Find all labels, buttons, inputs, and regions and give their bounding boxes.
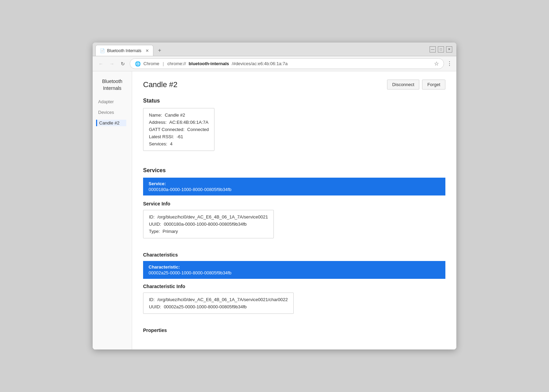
char-id-row: ID: /org/bluez/hci0/dev_AC_E6_4B_06_1A_7… xyxy=(149,297,288,302)
tab-area: 📄 Bluetooth Internals ✕ + xyxy=(93,43,425,56)
sidebar-item-devices[interactable]: Devices xyxy=(98,109,126,116)
char-bar-label: Characteristic: xyxy=(149,264,440,270)
service-type-label: Type: xyxy=(149,229,160,234)
forget-button[interactable]: Forget xyxy=(422,80,445,90)
maximize-button[interactable]: □ xyxy=(438,46,444,52)
disconnect-button[interactable]: Disconnect xyxy=(387,80,419,90)
status-address-row: Address: AC:E6:4B:06:1A:7A xyxy=(149,120,209,125)
tab-favicon: 📄 xyxy=(100,48,105,53)
properties-title: Properties xyxy=(143,328,445,333)
status-name-label: Name: xyxy=(149,112,162,118)
header-buttons: Disconnect Forget xyxy=(387,80,445,90)
content-area: Bluetooth Internals Adapter Devices Cand… xyxy=(93,71,456,349)
service-id-row: ID: /org/bluez/hci0/dev_AC_E6_4B_06_1A_7… xyxy=(149,214,268,219)
status-section-title: Status xyxy=(143,98,445,104)
service-type-row: Type: Primary xyxy=(149,229,268,234)
status-gatt-label: GATT Connected: xyxy=(149,127,185,132)
services-section: Services Service: 0000180a-0000-1000-800… xyxy=(143,167,445,333)
nav-bar: ← → ↻ 🌐 Chrome | chrome://bluetooth-inte… xyxy=(93,56,456,71)
device-title: Candle #2 xyxy=(143,80,177,89)
sidebar-nav: Adapter Devices Candle #2 xyxy=(98,98,126,126)
url-bold-part: bluetooth-internals xyxy=(189,61,229,66)
url-separator: | xyxy=(163,61,164,66)
status-gatt-row: GATT Connected: Connected xyxy=(149,127,209,132)
characteristics-title: Characteristics xyxy=(143,252,445,258)
char-info-box: ID: /org/bluez/hci0/dev_AC_E6_4B_06_1A_7… xyxy=(143,293,294,314)
status-rssi-value: -61 xyxy=(177,134,183,139)
url-actions: ☆ xyxy=(434,60,439,67)
new-tab-button[interactable]: + xyxy=(155,46,164,55)
sidebar-item-candle2[interactable]: Candle #2 xyxy=(96,120,126,126)
title-bar: 📄 Bluetooth Internals ✕ + — □ ✕ xyxy=(93,43,456,56)
status-section: Status Name: Candle #2 Address: AC:E6:4B… xyxy=(143,98,445,159)
sidebar: Bluetooth Internals Adapter Devices Cand… xyxy=(93,71,132,349)
service-id-value: /org/bluez/hci0/dev_AC_E6_4B_06_1A_7A/se… xyxy=(157,214,268,219)
active-tab[interactable]: 📄 Bluetooth Internals ✕ xyxy=(95,45,153,56)
url-bar[interactable]: 🌐 Chrome | chrome://bluetooth-internals/… xyxy=(130,58,444,69)
service-info-title: Service Info xyxy=(143,201,445,206)
service-bar[interactable]: Service: 0000180a-0000-1000-8000-00805f9… xyxy=(143,178,445,195)
status-info-box: Name: Candle #2 Address: AC:E6:4B:06:1A:… xyxy=(143,108,214,151)
forward-button[interactable]: → xyxy=(108,60,116,68)
url-prefix: chrome:// xyxy=(167,61,186,66)
status-services-row: Services: 4 xyxy=(149,141,209,146)
status-name-value: Candle #2 xyxy=(165,112,185,118)
device-header: Candle #2 Disconnect Forget xyxy=(143,80,445,90)
back-button[interactable]: ← xyxy=(97,60,105,68)
service-uuid-label: UUID: xyxy=(149,222,161,227)
bookmark-icon[interactable]: ☆ xyxy=(434,60,439,67)
browser-menu-icon[interactable]: ⋮ xyxy=(447,60,452,67)
status-services-value: 4 xyxy=(170,141,172,146)
sidebar-item-adapter[interactable]: Adapter xyxy=(98,98,126,105)
reload-button[interactable]: ↻ xyxy=(119,60,127,68)
service-uuid-value: 0000180a-0000-1000-8000-00805f9b34fb xyxy=(164,222,246,227)
service-uuid-row: UUID: 0000180a-0000-1000-8000-00805f9b34… xyxy=(149,222,268,227)
close-button[interactable]: ✕ xyxy=(446,46,452,52)
services-section-title: Services xyxy=(143,167,445,174)
char-id-label: ID: xyxy=(149,297,155,302)
url-brand: Chrome xyxy=(143,61,159,66)
url-path: /#devices/ac:e6:4b:06:1a:7a xyxy=(232,61,288,66)
characteristic-bar[interactable]: Characteristic: 00002a25-0000-1000-8000-… xyxy=(143,261,445,279)
service-bar-uuid: 0000180a-0000-1000-8000-00805f9b34fb xyxy=(149,187,440,192)
status-services-label: Services: xyxy=(149,141,167,146)
status-gatt-value: Connected xyxy=(187,127,209,132)
url-globe-icon: 🌐 xyxy=(135,61,141,67)
char-info-title: Characteristic Info xyxy=(143,284,445,289)
status-address-label: Address: xyxy=(149,120,166,125)
char-id-value: /org/bluez/hci0/dev_AC_E6_4B_06_1A_7A/se… xyxy=(157,297,288,302)
char-bar-uuid: 00002a25-0000-1000-8000-00805f9b34fb xyxy=(149,270,440,275)
char-uuid-value: 00002a25-0000-1000-8000-00805f9b34fb xyxy=(164,304,246,309)
browser-window: 📄 Bluetooth Internals ✕ + — □ ✕ ← → ↻ 🌐 … xyxy=(93,43,456,349)
tab-close-button[interactable]: ✕ xyxy=(145,48,149,53)
tab-title: Bluetooth Internals xyxy=(107,48,141,53)
sidebar-title: Bluetooth Internals xyxy=(98,78,126,92)
char-uuid-row: UUID: 00002a25-0000-1000-8000-00805f9b34… xyxy=(149,304,288,309)
main-content: Candle #2 Disconnect Forget Status Name:… xyxy=(132,71,456,349)
status-rssi-row: Latest RSSI: -61 xyxy=(149,134,209,139)
service-id-label: ID: xyxy=(149,214,155,219)
status-rssi-label: Latest RSSI: xyxy=(149,134,174,139)
service-type-value: Primary xyxy=(163,229,178,234)
status-name-row: Name: Candle #2 xyxy=(149,112,209,118)
service-info-box: ID: /org/bluez/hci0/dev_AC_E6_4B_06_1A_7… xyxy=(143,210,274,238)
minimize-button[interactable]: — xyxy=(430,46,436,52)
status-address-value: AC:E6:4B:06:1A:7A xyxy=(169,120,208,125)
window-controls: — □ ✕ xyxy=(425,43,456,56)
char-uuid-label: UUID: xyxy=(149,304,161,309)
service-bar-label: Service: xyxy=(149,181,440,186)
